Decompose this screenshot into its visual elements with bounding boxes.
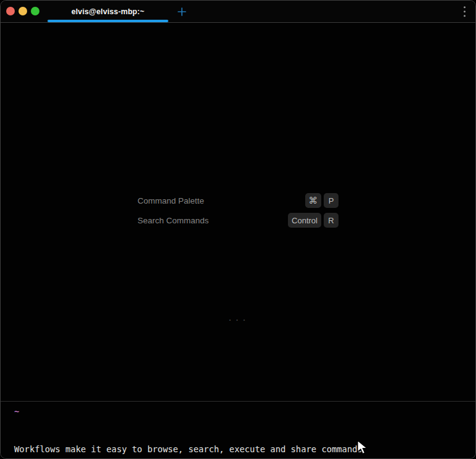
overflow-indicator: ... [1,313,475,323]
hint-row-command-palette: Command Palette ⌘ P [137,191,339,210]
terminal-body[interactable]: Command Palette ⌘ P Search Commands Cont… [1,23,475,402]
shortcut-hints: Command Palette ⌘ P Search Commands Cont… [137,191,339,230]
r-keycap: R [324,213,339,228]
active-tab-indicator [47,20,168,22]
banner-line-1: Workflows make it easy to browse, search… [14,444,475,454]
input-block[interactable]: ~ Workflows make it easy to browse, sear… [1,401,475,458]
hint-keys: ⌘ P [305,193,339,208]
hint-row-search-commands: Search Commands Control R [137,210,339,230]
hint-label: Search Commands [137,216,209,225]
banner-text: Workflows make it easy to browse, search… [14,424,475,459]
kebab-menu-icon[interactable] [464,6,466,17]
new-tab-button[interactable] [176,6,188,18]
plus-icon [177,9,187,19]
titlebar: elvis@elviss-mbp:~ [1,1,475,23]
command-key-icon: ⌘ [305,193,322,208]
terminal-window: elvis@elviss-mbp:~ Command Palette ⌘ P [0,0,476,459]
p-keycap: P [324,193,339,208]
close-window-button[interactable] [6,7,15,15]
hint-label: Command Palette [137,196,204,205]
tab-title: elvis@elviss-mbp:~ [72,7,145,16]
hint-keys: Control R [288,213,339,228]
control-keycap: Control [288,213,321,228]
tab-active[interactable]: elvis@elviss-mbp:~ [47,1,169,22]
zoom-window-button[interactable] [31,7,39,15]
prompt-symbol: ~ [14,407,475,416]
minimize-window-button[interactable] [18,7,27,15]
window-controls [6,7,39,15]
